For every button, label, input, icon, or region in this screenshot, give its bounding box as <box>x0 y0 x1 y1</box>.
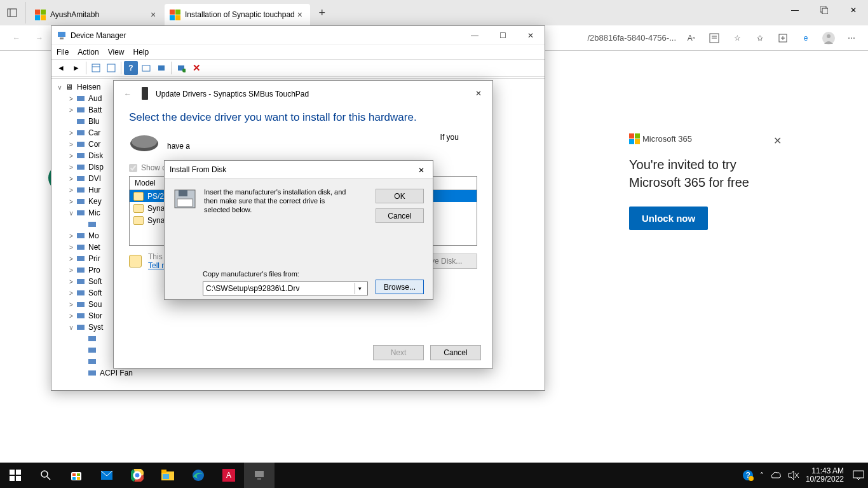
device-icon <box>76 266 86 274</box>
tree-node[interactable]: ACPI Fan <box>55 367 541 379</box>
reader-icon[interactable] <box>703 27 726 50</box>
svg-rect-24 <box>77 130 85 135</box>
forward-icon[interactable]: ► <box>69 61 83 75</box>
device-icon <box>76 94 86 103</box>
help-tray-icon[interactable]: ? <box>742 470 754 481</box>
profile-icon[interactable] <box>817 27 840 50</box>
url-fragment: /2b8816fa-5840-4756-... <box>588 33 681 43</box>
close-icon[interactable]: ✕ <box>773 135 782 147</box>
svg-rect-71 <box>163 474 169 479</box>
browser-tab-2[interactable]: Installation of Synaptic touchpad × <box>165 4 310 25</box>
task-store-icon[interactable] <box>61 463 92 488</box>
instruction-text: Select the device driver you want to ins… <box>114 107 492 133</box>
browse-button[interactable]: Browse... <box>376 280 424 294</box>
svg-rect-75 <box>255 471 264 477</box>
close-button[interactable]: ✕ <box>839 0 868 20</box>
svg-rect-35 <box>77 256 85 261</box>
back-icon[interactable]: ← <box>120 86 135 102</box>
minimize-button[interactable]: — <box>780 0 810 20</box>
ok-button[interactable]: OK <box>376 189 424 203</box>
favorite-icon[interactable]: ☆ <box>726 27 749 50</box>
svg-point-11 <box>827 34 831 38</box>
svg-rect-22 <box>77 107 85 112</box>
install-from-disk-dialog: Install From Disk ✕ Insert the manufactu… <box>164 160 433 300</box>
svg-rect-30 <box>77 199 85 204</box>
wizard-title: Update Drivers - Synaptics SMBus TouchPa… <box>156 90 309 98</box>
forward-button: → <box>28 27 51 50</box>
tab-actions-icon[interactable] <box>1 2 23 24</box>
close-icon[interactable]: × <box>295 10 305 20</box>
menu-help[interactable]: Help <box>133 48 149 57</box>
back-icon[interactable]: ◄ <box>54 61 68 75</box>
dialog-titlebar[interactable]: Install From Disk ✕ <box>165 161 433 179</box>
svg-rect-34 <box>77 245 85 250</box>
task-edge-icon[interactable] <box>183 463 214 488</box>
start-button[interactable] <box>0 463 31 488</box>
menu-action[interactable]: Action <box>78 48 98 57</box>
svg-rect-54 <box>10 476 15 481</box>
device-icon <box>76 117 86 126</box>
menu-view[interactable]: View <box>108 48 125 57</box>
close-icon[interactable]: ✕ <box>412 163 430 177</box>
minimize-button[interactable]: — <box>461 26 489 45</box>
divider <box>171 62 172 74</box>
device-icon <box>87 369 97 377</box>
onedrive-icon[interactable] <box>770 471 782 480</box>
clock[interactable]: 11:43 AM 10/29/2022 <box>806 467 846 484</box>
chevron-up-icon[interactable]: ˄ <box>760 471 764 480</box>
svg-rect-14 <box>92 64 100 72</box>
svg-rect-17 <box>142 65 150 71</box>
task-acrobat-icon[interactable]: A <box>214 463 244 488</box>
more-icon[interactable]: ⋯ <box>840 27 863 50</box>
volume-muted-icon[interactable] <box>788 470 799 480</box>
task-devmgr-icon[interactable] <box>244 463 275 488</box>
svg-rect-0 <box>8 9 17 17</box>
search-icon[interactable] <box>31 463 61 488</box>
update-icon[interactable] <box>154 61 168 75</box>
notifications-icon[interactable] <box>853 470 864 480</box>
svg-rect-16 <box>107 64 115 72</box>
collections-icon[interactable] <box>771 27 794 50</box>
task-explorer-icon[interactable] <box>153 463 183 488</box>
cancel-button[interactable]: Cancel <box>376 208 424 223</box>
hw-text: Select the manufacturer and model of you… <box>167 133 477 151</box>
help-icon[interactable]: ? <box>124 61 138 75</box>
close-icon[interactable]: ✕ <box>470 86 487 101</box>
back-button[interactable]: ← <box>5 27 28 50</box>
task-chrome-icon[interactable] <box>122 463 153 488</box>
properties-icon[interactable] <box>104 61 118 75</box>
browser-tab-1[interactable]: AyushAmitabh × <box>30 4 163 25</box>
taskbar: A ? ˄ 11:43 AM 10/29/2022 <box>0 463 868 488</box>
path-combobox[interactable]: C:\SWSetup\sp92836\1.Drv ▾ <box>203 281 368 295</box>
maximize-button[interactable]: ☐ <box>489 26 517 45</box>
svg-rect-36 <box>77 268 85 273</box>
svg-point-48 <box>132 135 157 148</box>
svg-point-72 <box>193 470 204 481</box>
show-hide-tree-icon[interactable] <box>89 61 103 75</box>
favorites-bar-icon[interactable]: ✩ <box>749 27 771 50</box>
svg-rect-61 <box>72 477 76 480</box>
task-mail-icon[interactable] <box>92 463 122 488</box>
uninstall-icon[interactable]: ✕ <box>189 61 203 75</box>
maximize-button[interactable] <box>810 0 839 20</box>
read-aloud-icon[interactable]: A» <box>680 27 703 50</box>
ie-mode-icon[interactable]: e <box>794 27 817 50</box>
dialog-title: Install From Disk <box>170 165 226 174</box>
svg-rect-26 <box>77 153 85 158</box>
device-icon <box>76 151 86 160</box>
close-button[interactable]: ✕ <box>517 26 545 45</box>
new-tab-button[interactable]: + <box>311 2 333 24</box>
svg-rect-83 <box>853 471 864 478</box>
svg-rect-52 <box>10 470 15 475</box>
svg-marker-80 <box>789 471 794 480</box>
scan-icon[interactable] <box>139 61 153 75</box>
unlock-button[interactable]: Unlock now <box>629 207 708 230</box>
device-icon <box>76 311 86 320</box>
enable-icon[interactable] <box>174 61 188 75</box>
cancel-button[interactable]: Cancel <box>430 345 481 360</box>
chevron-down-icon[interactable]: ▾ <box>355 283 365 294</box>
menu-file[interactable]: File <box>57 48 69 57</box>
close-icon[interactable]: × <box>148 10 158 20</box>
svg-rect-12 <box>58 32 65 37</box>
svg-rect-43 <box>88 348 96 353</box>
